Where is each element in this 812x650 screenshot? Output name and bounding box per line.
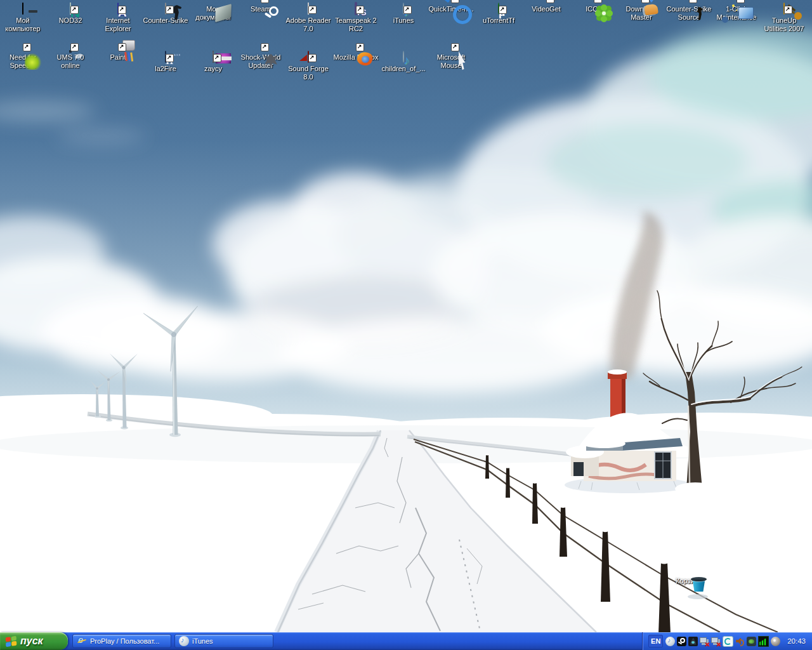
desktop-icon-itunes-r1c9[interactable]: iTunes — [381, 3, 426, 25]
shortcut-arrow-icon — [118, 6, 126, 14]
task-label: ProPlay / Пользоват... — [90, 637, 159, 645]
desktop-icon-paint-r2c3[interactable]: Paint — [95, 51, 141, 62]
desktop-icon-my-computer-r1c1[interactable]: Мой компьютер — [0, 3, 46, 33]
icon-label: Мой компьютер — [0, 17, 46, 33]
desktop-icon-la2-r2c4[interactable]: la2Fire — [143, 51, 188, 73]
itunes-icon — [403, 51, 404, 63]
shortcut-arrow-icon — [308, 54, 317, 62]
desktop-icon-avant-r1c3[interactable]: Internet Explorer — [95, 3, 141, 33]
desktop-icon-shock-r2c6[interactable]: Shock-World Updater — [238, 51, 284, 70]
desktop-icon-teamspeak-r1c8[interactable]: Teamspeak 2 RC2 — [333, 3, 379, 33]
shortcut-arrow-icon — [261, 43, 269, 51]
shortcut-arrow-icon — [308, 6, 317, 14]
soundforge-icon — [308, 51, 309, 63]
task-button-area: ProPlay / Пользоват... iTunes — [68, 632, 642, 650]
avant-icon — [117, 3, 119, 15]
task-button-proplay[interactable]: ProPlay / Пользоват... — [72, 634, 171, 648]
la2-icon — [165, 51, 166, 63]
desktop-icon-tuneup-r1c17[interactable]: TuneUp Utilities 2007 — [761, 3, 807, 33]
icon-label: Sound Forge 8.0 — [285, 65, 331, 81]
shortcut-arrow-icon — [689, 0, 697, 3]
icon-label: UMS 7.0 online — [48, 53, 93, 70]
desktop-icon-adobe-r1c7[interactable]: Adobe Reader 7.0 — [285, 3, 331, 33]
desktop-icon-ums-r2c2[interactable]: UMS 7.0 online — [48, 51, 93, 70]
shortcut-arrow-icon — [451, 0, 459, 3]
icon-label: Paint — [95, 53, 141, 62]
bucket-shadow — [688, 594, 708, 599]
shortcut-arrow-icon — [594, 0, 602, 3]
shortcut-arrow-icon — [403, 6, 412, 14]
desktop-icon-nod32-r1c2[interactable]: NOD32 — [48, 3, 93, 25]
icon-label: Teamspeak 2 RC2 — [333, 17, 379, 33]
shortcut-arrow-icon — [118, 43, 126, 51]
icon-label: Adobe Reader 7.0 — [285, 17, 331, 33]
zaycy-icon — [213, 51, 214, 63]
teamspeak-icon — [355, 2, 357, 15]
language-indicator[interactable]: EN — [648, 635, 663, 647]
shortcut-arrow-icon — [546, 0, 554, 3]
desktop-icon-utorrent-r1c11[interactable]: uTorrentTf — [476, 3, 521, 25]
windows-logo-icon — [6, 635, 17, 647]
desktop-icon-videoget-r1c12[interactable]: VideoGet — [523, 3, 569, 13]
wallpaper — [0, 0, 812, 632]
volume-tray-icon[interactable] — [735, 637, 745, 646]
icon-label: ICQ6 — [571, 5, 617, 13]
desktop-icon-recycle-bin[interactable]: Корзина — [666, 575, 712, 585]
task-button-itunes[interactable]: iTunes — [174, 634, 273, 648]
tuneup-icon — [783, 3, 785, 15]
shortcut-arrow-icon — [499, 6, 507, 14]
dial-tray-icon[interactable] — [771, 637, 780, 646]
shortcut-arrow-icon — [166, 6, 174, 14]
tray-icon-area — [665, 636, 780, 647]
itunes-icon — [179, 636, 189, 646]
desktop-icon-zaycy-r2c5[interactable]: zaycy — [190, 51, 236, 73]
shortcut-arrow-icon — [784, 6, 792, 14]
shortcut-arrow-icon — [356, 43, 364, 51]
desktop-icon-cs-r1c4[interactable]: Counter-Strike — [143, 3, 188, 25]
desktop-icon-soundforge-r2c7[interactable]: Sound Forge 8.0 — [285, 51, 331, 81]
taskbar: пуск ProPlay / Пользоват... iTunes EN 20… — [0, 632, 812, 650]
desktop-icon-dlmaster-r1c14[interactable]: Download Master — [619, 3, 664, 22]
shortcut-arrow-icon — [23, 43, 31, 51]
network-disconnected-tray-icon[interactable] — [711, 637, 721, 646]
desktop-icon-firefox-r2c8[interactable]: Mozilla Firefox — [333, 51, 379, 62]
shortcut-arrow-icon — [213, 54, 221, 62]
internet-explorer-icon — [77, 636, 87, 646]
network-disconnected-tray-icon[interactable] — [700, 637, 709, 646]
itunes-icon — [403, 3, 404, 15]
icon-label: VideoGet — [523, 5, 569, 13]
desktop-icon-cssource-r1c15[interactable]: Counter-Strike Source — [666, 3, 712, 22]
start-button[interactable]: пуск — [0, 632, 68, 650]
system-tray: EN 20:43 — [642, 632, 812, 650]
adobe-icon — [308, 3, 309, 15]
traffic-meter-tray-icon[interactable] — [758, 636, 769, 647]
desktop-icon-my-docs-r1c5[interactable]: Мои документы — [190, 3, 236, 22]
shortcut-arrow-icon — [641, 0, 650, 3]
my-computer-icon — [22, 3, 23, 15]
utorrent-icon — [498, 3, 499, 15]
icon-label: Microsoft Mouse — [428, 53, 474, 70]
cs-icon — [165, 3, 166, 15]
desktop-icon-nfs-r2c1[interactable]: Need for Speed... — [0, 51, 46, 70]
desktop: Мой компьютерNOD32Internet ExplorerCount… — [0, 0, 812, 632]
shortcut-arrow-icon — [451, 43, 459, 51]
desktop-icon-mouse-r2c10[interactable]: Microsoft Mouse — [428, 51, 474, 70]
icon-label: Counter-Strike Source — [666, 5, 712, 22]
shortcut-arrow-icon — [261, 0, 269, 3]
task-label: iTunes — [192, 637, 213, 645]
desktop-icon-quicktime-r1c10[interactable]: QuickTime-п... — [428, 3, 474, 13]
desktop-icon-itunes-r2c9[interactable]: children_of_... — [381, 51, 426, 73]
clock[interactable]: 20:43 — [787, 637, 806, 645]
desktop-icon-steam-r1c6[interactable]: Steam — [238, 3, 284, 13]
itunes-tray-icon[interactable] — [665, 637, 675, 646]
shortcut-arrow-icon — [166, 54, 174, 62]
shortcut-arrow-icon — [737, 0, 745, 3]
desktop-icon-oneclick-r1c16[interactable]: 1-Click Maintenance — [714, 3, 759, 22]
desktop-icon-icq-r1c13[interactable]: ICQ6 — [571, 3, 617, 13]
steam-tray-icon[interactable] — [677, 637, 686, 646]
hooded-figure-tray-icon[interactable] — [688, 637, 698, 646]
start-button-label: пуск — [20, 635, 43, 647]
sync-tray-icon[interactable] — [723, 636, 733, 647]
icon-label: Counter-Strike — [143, 17, 188, 25]
nvidia-tray-icon[interactable] — [747, 637, 756, 646]
